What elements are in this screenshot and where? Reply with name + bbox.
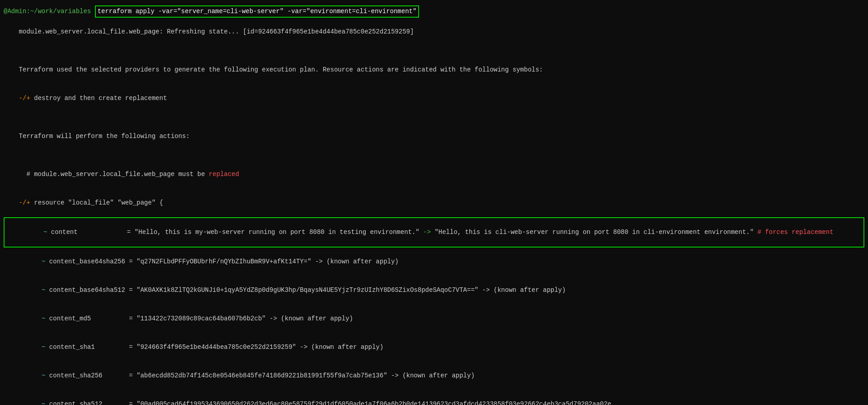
sha512-text: content_sha512 = "00ad005cad64f199534369… [45, 400, 611, 405]
blank-1 [4, 46, 864, 56]
destroy-symbol-line: -/+ destroy and then create replacement [4, 84, 864, 113]
prompt-path: :~/work/variables [26, 7, 91, 16]
md5-text: content_md5 = "113422c732089c89cac64ba60… [45, 315, 353, 322]
resource-block-start: -/+ resource "local_file" "web_page" { [4, 189, 864, 217]
must-replace-prefix: # module.web_server.local_file.web_page … [19, 171, 209, 178]
prompt-user: @Admin [4, 7, 26, 16]
will-perform-text: Terraform will perform the following act… [19, 133, 190, 140]
prompt-symbol [91, 7, 94, 16]
destroy-text: destroy and then create replacement [30, 95, 167, 102]
content-key: content = "Hello, this is my-web-server … [47, 229, 423, 236]
base64sha256-line: ~ content_base64sha256 = "q27N2FLbdPFFyO… [4, 248, 864, 276]
content-line: ~ content = "Hello, this is my-web-serve… [5, 218, 863, 247]
minus-plus-symbol: -/+ [19, 199, 30, 206]
exec-plan-text: Terraform used the selected providers to… [19, 66, 543, 73]
prompt-line: @Admin:~/work/variables terraform apply … [4, 5, 864, 18]
base64sha512-line: ~ content_base64sha512 = "AK0AXK1k8ZlTQ2… [4, 276, 864, 305]
content-indent [28, 229, 43, 236]
blank-3 [4, 151, 864, 160]
content-sha1-line: ~ content_sha1 = "924663f4f965e1be4d44be… [4, 333, 864, 362]
forces-replacement: # forces replacement [758, 229, 834, 236]
content-sha512-line: ~ content_sha512 = "00ad005cad64f1995343… [4, 390, 864, 405]
exec-plan-line: Terraform used the selected providers to… [4, 56, 864, 84]
base64sha256-text: content_base64sha256 = "q27N2FLbdPFFyOBU… [45, 258, 398, 265]
arrow: -> [423, 229, 431, 236]
base64sha512-text: content_base64sha512 = "AK0AXK1k8ZlTQ2kG… [45, 286, 566, 294]
content-highlighted-block: ~ content = "Hello, this is my-web-serve… [4, 217, 864, 248]
will-perform-line: Terraform will perform the following act… [4, 122, 864, 151]
resource-text: resource "local_file" "web_page" { [30, 199, 163, 206]
prompt-command[interactable]: terraform apply -var="server_name=cli-we… [95, 5, 420, 18]
blank-2 [4, 113, 864, 122]
sha256-text: content_sha256 = "ab6ecdd852db74f145c8e0… [45, 372, 474, 379]
content-md5-line: ~ content_md5 = "113422c732089c89cac64ba… [4, 305, 864, 333]
refresh-text: module.web_server.local_file.web_page: R… [19, 28, 414, 35]
refresh-state-line: module.web_server.local_file.web_page: R… [4, 18, 864, 46]
replaced-word: replaced [209, 171, 239, 178]
must-replace-line: # module.web_server.local_file.web_page … [4, 160, 864, 189]
attr-indent-3 [19, 315, 42, 322]
destroy-symbol: -/+ [19, 95, 30, 102]
content-sha256-line: ~ content_sha256 = "ab6ecdd852db74f145c8… [4, 362, 864, 390]
attr-indent-2 [19, 286, 42, 294]
attr-indent-5 [19, 372, 42, 379]
attr-indent [19, 258, 42, 265]
terminal: @Admin:~/work/variables terraform apply … [0, 4, 868, 405]
attr-indent-6 [19, 400, 42, 405]
content-new-value: "Hello, this is cli-web-server running o… [431, 229, 758, 236]
sha1-text: content_sha1 = "924663f4f965e1be4d44bea7… [45, 343, 383, 351]
attr-indent-4 [19, 343, 42, 351]
